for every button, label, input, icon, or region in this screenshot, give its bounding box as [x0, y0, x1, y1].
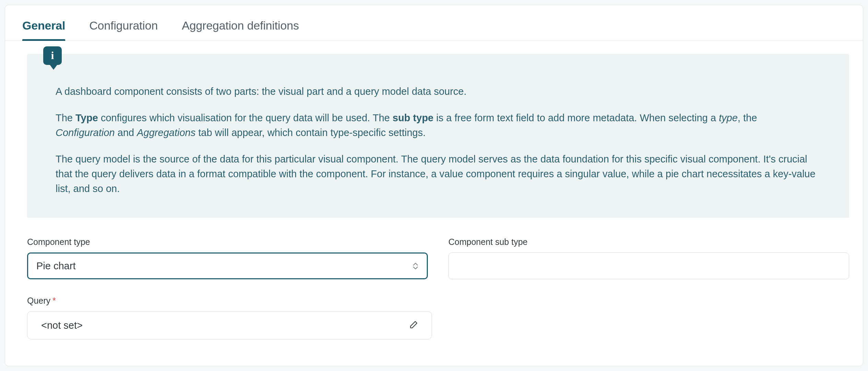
tabs-bar: General Configuration Aggregation defini… [5, 5, 863, 41]
tab-label: Configuration [89, 19, 158, 32]
component-type-value: Pie chart [36, 260, 75, 272]
query-value: <not set> [41, 320, 83, 331]
query-picker[interactable]: <not set> [27, 311, 432, 339]
info-paragraph-2: The Type configures which visualisation … [56, 111, 818, 140]
component-sub-type-input[interactable] [458, 253, 840, 279]
tab-configuration[interactable]: Configuration [89, 19, 158, 41]
settings-panel: General Configuration Aggregation defini… [5, 5, 863, 366]
query-label: Query* [27, 296, 432, 306]
component-type-select[interactable]: Pie chart [27, 252, 428, 279]
pencil-icon[interactable] [406, 318, 420, 332]
component-sub-type-label: Component sub type [448, 237, 849, 247]
info-paragraph-1: A dashboard component consists of two pa… [56, 84, 818, 99]
form-area: Component type Pie chart Component sub t… [5, 218, 863, 339]
component-sub-type-input-wrapper [448, 252, 849, 279]
tab-label: General [22, 19, 65, 32]
info-callout: i A dashboard component consists of two … [27, 54, 849, 218]
info-paragraph-3: The query model is the source of the dat… [56, 152, 818, 196]
tab-general[interactable]: General [22, 19, 65, 41]
tab-aggregation-definitions[interactable]: Aggregation definitions [182, 19, 299, 41]
select-chevrons-icon [412, 262, 419, 270]
required-indicator: * [52, 296, 56, 305]
info-icon: i [43, 46, 62, 65]
tab-label: Aggregation definitions [182, 19, 299, 32]
component-type-label: Component type [27, 237, 428, 247]
